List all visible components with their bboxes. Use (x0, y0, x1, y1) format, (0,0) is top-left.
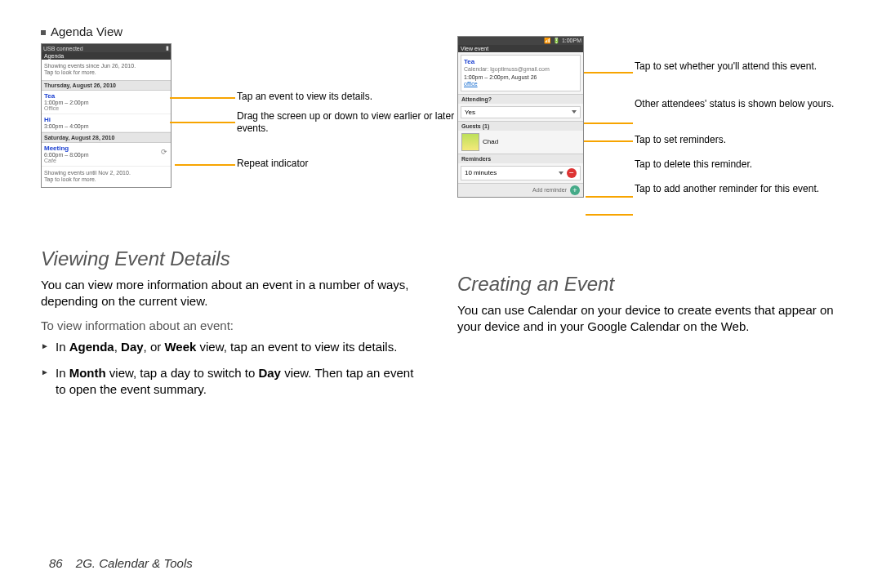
guests-section-label: Guests (1) (458, 121, 583, 131)
attending-dropdown[interactable]: Yes (461, 106, 581, 118)
avatar (461, 133, 479, 151)
chevron-down-icon (559, 172, 564, 175)
callout-r4: Tap to delete this reminder. (635, 158, 880, 171)
reminders-section-label: Reminders (458, 154, 583, 163)
callout-1: Tap an event to view its details. (237, 91, 466, 103)
plus-icon: + (570, 185, 580, 195)
reminder-row[interactable]: 10 minutes − (461, 166, 581, 180)
callout-leader (170, 122, 235, 123)
agenda-phone-screenshot: USB connected ▮ Agenda Showing events si… (41, 43, 172, 188)
step-2: In Month view, tap a day to switch to Da… (56, 365, 425, 399)
agenda-event-meeting: Meeting 6:00pm – 8:00pm Cafe ⟳ (42, 143, 171, 167)
step-1: In Agenda, Day, or Week view, tap an eve… (56, 339, 425, 355)
callout-leader (586, 214, 633, 216)
status-text: USB connected (43, 46, 83, 51)
callout-leader (584, 140, 633, 142)
agenda-event-hi: Hi 3:00pm – 4:00pm (42, 114, 171, 132)
callout-r1: Tap to set whether you'll attend this ev… (635, 60, 880, 73)
repeat-icon: ⟳ (161, 148, 167, 156)
event-detail-phone-screenshot: 📶🔋1:00PM View event Tea Calendar: lgopti… (457, 36, 584, 198)
callout-leader (584, 72, 633, 74)
creating-para: You can use Calendar on your device to c… (457, 302, 841, 336)
page-footer: 86 2G. Calendar & Tools (49, 556, 193, 570)
callout-r2: Other attendees' status is shown below y… (635, 98, 880, 110)
agenda-event-tea: Tea 1:00pm – 2:00pm Office (42, 91, 171, 114)
attending-section-label: Attending? (458, 94, 583, 104)
view-event-header: View event (458, 45, 583, 52)
viewing-event-details-heading: Viewing Event Details (41, 247, 425, 270)
callout-leader (586, 196, 633, 198)
add-reminder-label: Add reminder (532, 187, 567, 193)
callout-3: Repeat indicator (237, 158, 466, 170)
status-time: 1:00PM (562, 38, 581, 43)
callout-r3: Tap to set reminders. (635, 134, 880, 146)
delete-reminder-icon[interactable]: − (567, 168, 577, 178)
agenda-day-2: Saturday, August 28, 2010 (42, 132, 171, 143)
chevron-down-icon (572, 110, 577, 114)
agenda-view-heading: Agenda View (41, 24, 425, 38)
section-name: 2G. Calendar & Tools (76, 556, 193, 570)
callout-2: Drag the screen up or down to view earli… (237, 110, 466, 135)
callout-leader (170, 97, 235, 99)
viewing-para: You can view more information about an e… (41, 277, 425, 310)
callout-r5: Tap to add another reminder for this eve… (635, 183, 880, 195)
attending-value: Yes (465, 109, 475, 116)
agenda-bottom-info: Showing events until Nov 2, 2010. Tap to… (42, 167, 171, 187)
bullet-square (41, 30, 46, 35)
callout-leader (175, 164, 235, 166)
status-bar: USB connected ▮ (42, 44, 171, 52)
agenda-header: Agenda (42, 52, 171, 60)
guest-name: Chad (483, 138, 498, 145)
guest-row: Chad (461, 133, 580, 151)
page-number: 86 (49, 556, 63, 570)
viewing-subhead: To view information about an event: (41, 318, 425, 332)
event-card: Tea Calendar: lgoptimuss@gmail.com 1:00p… (461, 55, 581, 91)
agenda-day-1: Thursday, August 26, 2010 (42, 80, 171, 91)
creating-event-heading: Creating an Event (457, 273, 841, 296)
callout-leader (584, 122, 633, 124)
agenda-view-label: Agenda View (51, 24, 122, 38)
reminder-value: 10 minutes (465, 169, 497, 176)
status-bar: 📶🔋1:00PM (458, 37, 583, 45)
add-reminder-row[interactable]: Add reminder + (458, 183, 583, 197)
agenda-top-info: Showing events since Jun 26, 2010. Tap t… (42, 60, 171, 80)
